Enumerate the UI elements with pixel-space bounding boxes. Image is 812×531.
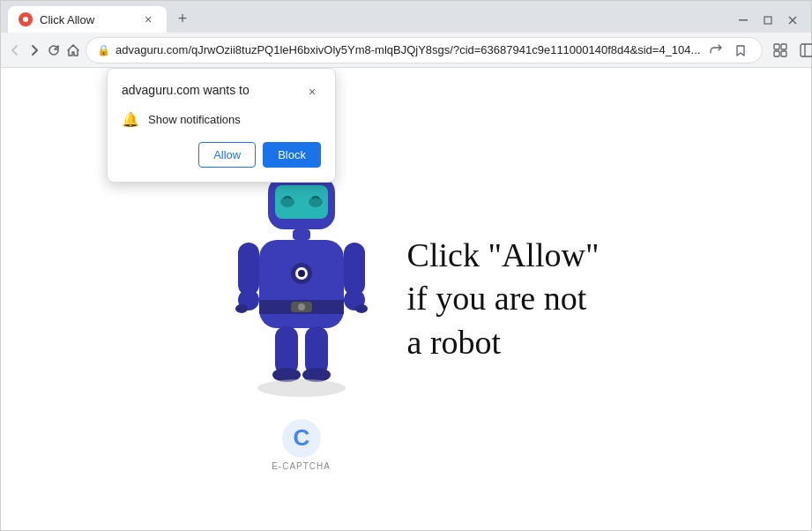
browser-frame: Click Allow × + [0, 0, 812, 531]
right-icons [768, 38, 812, 63]
ecaptcha-area: C E-CAPTCHA [272, 419, 331, 471]
popup-notification-row: 🔔 Show notifications [122, 111, 321, 128]
main-text: Click "Allow"if you are nota robot [407, 234, 600, 364]
tab-close-button[interactable]: × [140, 11, 156, 27]
minimize-button[interactable] [732, 11, 755, 29]
address-bar-icons [705, 40, 751, 61]
svg-point-34 [355, 304, 368, 313]
popup-close-button[interactable]: × [303, 83, 321, 101]
restore-button[interactable] [756, 11, 779, 29]
reload-button[interactable] [47, 38, 61, 63]
notification-popup: advaguru.com wants to × 🔔 Show notificat… [107, 68, 336, 183]
new-tab-button[interactable]: + [170, 6, 195, 31]
popup-title: advaguru.com wants to [122, 83, 250, 97]
svg-rect-5 [781, 44, 786, 49]
home-button[interactable] [66, 38, 80, 63]
title-bar: Click Allow × + [1, 1, 811, 33]
back-button[interactable] [8, 38, 22, 63]
ecaptcha-label: E-CAPTCHA [272, 461, 331, 471]
svg-rect-21 [293, 229, 310, 240]
svg-rect-29 [238, 243, 259, 295]
popup-header: advaguru.com wants to × [122, 83, 321, 101]
svg-point-28 [298, 303, 305, 310]
block-button[interactable]: Block [263, 142, 321, 168]
popup-notification-label: Show notifications [148, 113, 241, 126]
svg-rect-0 [739, 19, 748, 21]
svg-point-17 [280, 197, 294, 207]
svg-point-26 [298, 270, 305, 277]
window-controls [732, 11, 804, 29]
svg-rect-37 [305, 326, 328, 375]
svg-rect-6 [774, 51, 779, 56]
browser-tab[interactable]: Click Allow × [8, 6, 167, 33]
sidebar-button[interactable] [794, 38, 812, 63]
svg-rect-32 [344, 243, 365, 295]
address-bar[interactable]: 🔒 advaguru.com/qJrwOzii8tuzPQ1leH6bxivOl… [86, 37, 763, 64]
svg-rect-8 [801, 44, 812, 56]
allow-button[interactable]: Allow [198, 142, 256, 168]
lock-icon: 🔒 [97, 44, 110, 56]
svg-text:C: C [293, 424, 309, 451]
svg-point-31 [235, 304, 248, 313]
tab-title: Click Allow [40, 13, 133, 26]
extensions-button[interactable] [768, 38, 793, 63]
forward-button[interactable] [27, 38, 41, 63]
svg-rect-35 [275, 326, 298, 375]
svg-rect-4 [774, 44, 779, 49]
popup-buttons: Allow Block [122, 142, 321, 168]
share-button[interactable] [705, 40, 726, 61]
nav-bar: 🔒 advaguru.com/qJrwOzii8tuzPQ1leH6bxivOl… [1, 33, 811, 68]
tab-favicon [19, 12, 33, 26]
svg-rect-7 [781, 51, 786, 56]
close-button[interactable] [781, 11, 804, 29]
svg-point-39 [257, 379, 346, 397]
bell-icon: 🔔 [122, 111, 139, 128]
page-content: advaguru.com wants to × 🔔 Show notificat… [1, 68, 811, 530]
address-text: advaguru.com/qJrwOzii8tuzPQ1leH6bxivOly5… [115, 43, 700, 56]
tab-area: Click Allow × + [8, 6, 732, 33]
svg-point-18 [309, 197, 323, 207]
svg-rect-1 [764, 17, 771, 24]
ecaptcha-logo: C [282, 419, 321, 458]
bookmark-button[interactable] [730, 40, 751, 61]
